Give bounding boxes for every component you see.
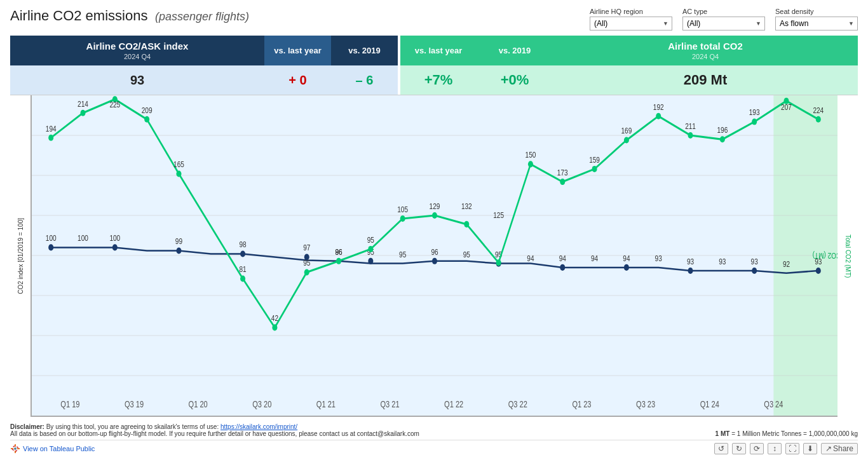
redo-button[interactable]: ↻ [732, 443, 746, 454]
svg-text:93: 93 [719, 257, 726, 266]
svg-point-81 [496, 259, 501, 266]
share-label: Share [833, 444, 853, 453]
mt-note: 1 MT = 1 Million Metric Tonnes = 1,000,0… [715, 430, 858, 437]
svg-point-89 [752, 119, 757, 125]
svg-text:Q1 19: Q1 19 [60, 400, 79, 409]
svg-point-85 [624, 137, 629, 144]
svg-text:81: 81 [240, 265, 247, 273]
co2-index-title: Airline CO2/ASK index [86, 41, 189, 51]
svg-point-43 [688, 268, 693, 274]
svg-text:225: 225 [109, 100, 120, 109]
svg-point-76 [336, 258, 341, 264]
vs-last-year-index-value: + 0 [288, 73, 306, 88]
svg-point-38 [368, 258, 373, 264]
seat-density-label: Seat density [775, 8, 858, 15]
svg-text:95: 95 [367, 236, 374, 244]
svg-text:93: 93 [655, 254, 662, 262]
svg-text:192: 192 [653, 103, 664, 111]
ac-type-select[interactable]: (All) [682, 17, 765, 31]
svg-text:165: 165 [173, 160, 184, 168]
disclaimer-link[interactable]: https://skailark.com/imprint/ [220, 423, 297, 430]
svg-text:94: 94 [559, 254, 566, 262]
svg-rect-120 [17, 448, 20, 449]
svg-text:92: 92 [783, 260, 790, 268]
svg-text:100: 100 [109, 234, 120, 242]
svg-text:Q3 19: Q3 19 [125, 400, 144, 409]
svg-text:98: 98 [240, 240, 247, 248]
svg-text:211: 211 [685, 122, 696, 130]
svg-rect-124 [17, 446, 18, 448]
svg-point-80 [464, 221, 469, 228]
svg-text:99: 99 [175, 237, 182, 245]
svg-text:94: 94 [623, 254, 630, 262]
svg-text:95: 95 [303, 259, 310, 267]
svg-text:194: 194 [46, 125, 57, 133]
svg-text:193: 193 [749, 108, 760, 116]
svg-point-79 [432, 212, 437, 219]
co2-index-value: 93 [130, 73, 144, 88]
svg-point-83 [560, 179, 565, 185]
svg-point-39 [432, 258, 437, 264]
vs-last-year-index-label: vs. last year [274, 46, 321, 55]
svg-point-68 [48, 135, 53, 141]
total-co2-value: 209 Mt [684, 72, 727, 88]
reset-button[interactable]: ⟳ [750, 443, 764, 454]
svg-text:Q1 20: Q1 20 [189, 400, 208, 409]
svg-text:Q3 21: Q3 21 [380, 400, 399, 409]
model-text: All data is based on our bottom-up fligh… [10, 430, 419, 437]
svg-text:Q3 24: Q3 24 [764, 400, 783, 409]
svg-text:Q1 22: Q1 22 [444, 400, 463, 409]
svg-point-84 [592, 166, 597, 172]
svg-text:125: 125 [493, 211, 504, 219]
svg-point-69 [80, 110, 85, 116]
y-axis-left-label: CO2 index [01/2019 = 100] [17, 218, 24, 294]
total-co2-subtitle: 2024 Q4 [692, 53, 719, 60]
vs-last-year-pct-value: +7% [424, 72, 453, 88]
vs-last-year-pct-label: vs. last year [415, 46, 462, 55]
ac-type-label: AC type [682, 8, 765, 15]
tableau-icon [10, 444, 20, 454]
svg-text:86: 86 [335, 248, 342, 256]
fullscreen-button[interactable]: ⛶ [785, 443, 799, 454]
svg-text:95: 95 [399, 250, 406, 258]
svg-text:97: 97 [303, 243, 310, 252]
svg-point-41 [560, 264, 565, 271]
svg-text:169: 169 [621, 126, 632, 135]
svg-text:Total CO2 (MT): Total CO2 (MT) [812, 251, 837, 259]
svg-point-33 [48, 244, 53, 250]
tableau-public-link[interactable]: View on Tableau Public [23, 445, 95, 452]
download-button[interactable]: ⬇ [803, 443, 817, 454]
share-button[interactable]: ↗ Share [821, 443, 858, 454]
svg-text:214: 214 [78, 100, 88, 108]
refresh-button[interactable]: ↕ [768, 443, 782, 454]
svg-point-73 [240, 276, 245, 282]
svg-point-88 [720, 136, 725, 142]
svg-point-125 [14, 447, 17, 450]
svg-text:196: 196 [717, 126, 728, 134]
vs-2019-index-label: vs. 2019 [348, 46, 381, 55]
svg-point-45 [816, 268, 821, 274]
page-title: Airline CO2 emissions [10, 8, 147, 24]
vs-2019-pct-label: vs. 2019 [499, 46, 531, 55]
svg-text:159: 159 [589, 156, 600, 164]
svg-text:Q1 21: Q1 21 [316, 400, 336, 409]
svg-text:150: 150 [526, 151, 536, 159]
svg-point-71 [144, 116, 149, 123]
hq-region-select[interactable]: (All) [590, 17, 672, 31]
svg-text:Q3 20: Q3 20 [252, 400, 271, 409]
svg-point-78 [400, 215, 405, 222]
tableau-logo[interactable]: View on Tableau Public [10, 444, 95, 454]
hq-region-label: Airline HQ region [590, 8, 672, 15]
svg-point-82 [528, 161, 533, 167]
svg-text:Q3 23: Q3 23 [636, 400, 655, 409]
svg-text:95: 95 [463, 250, 470, 258]
undo-button[interactable]: ↺ [714, 443, 728, 454]
svg-text:Q3 22: Q3 22 [508, 400, 527, 409]
vs-2019-pct-value: +0% [501, 72, 529, 88]
svg-text:Q1 24: Q1 24 [700, 400, 719, 409]
svg-text:129: 129 [430, 202, 440, 210]
seat-density-select[interactable]: As flown [775, 17, 858, 31]
svg-text:94: 94 [591, 254, 598, 262]
svg-point-34 [112, 244, 118, 250]
tableau-controls: ↺ ↻ ⟳ ↕ ⛶ ⬇ ↗ Share [714, 443, 858, 454]
